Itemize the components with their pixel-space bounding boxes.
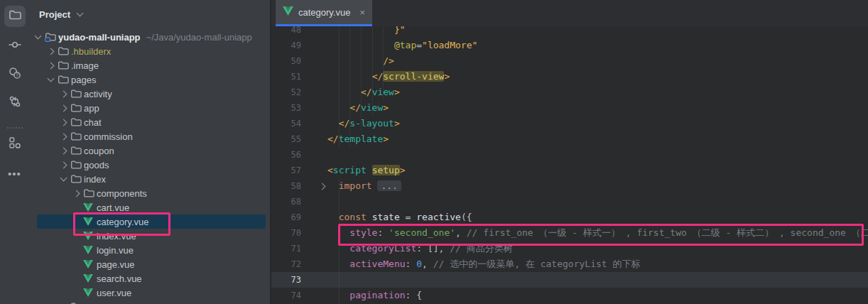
code-area[interactable]: 48 }"49 @tap="loadMore"50 />51 </scroll-… [271,26,868,304]
fold-marker-icon[interactable] [301,178,327,194]
code-text[interactable] [327,272,868,288]
folder-icon [70,159,84,170]
folder-icon [70,145,84,156]
line-number[interactable]: 70 [271,225,301,241]
code-text[interactable]: <script setup> [327,163,868,178]
commit-button[interactable] [1,32,29,60]
chevron-right-icon[interactable] [48,49,58,54]
line-number[interactable]: 72 [271,256,301,272]
line-number[interactable]: 50 [271,53,301,69]
code-line-72[interactable]: 72 activeMenu: 0, // 选中的一级菜单, 在 category… [271,256,868,272]
structure-button[interactable] [1,130,29,158]
project-folder-icon [45,31,58,43]
code-text[interactable]: </view> [327,100,868,116]
tree-row-cart-vue[interactable]: cart.vue [29,200,270,215]
line-number[interactable]: 71 [271,241,301,256]
chevron-right-icon[interactable] [61,92,70,97]
chat-help-button[interactable]: ? [1,60,29,89]
line-number[interactable]: 55 [271,131,301,147]
code-line-74[interactable]: 74 pagination: { [271,288,868,303]
tree-item-label: user.vue [97,288,131,298]
line-number[interactable]: 56 [271,147,301,163]
tree-row-activity[interactable]: activity [29,87,270,101]
code-text[interactable]: </view> [327,85,868,100]
more-tool-windows-button[interactable]: ••• [1,160,29,188]
code-line-69[interactable]: 69 const state = reactive({ [271,210,868,225]
chevron-right-icon[interactable] [48,63,58,68]
tab-category-vue[interactable]: category.vue × [276,0,372,26]
project-folder-icon [9,9,21,24]
tree-row-user-vue[interactable]: user.vue [29,286,270,300]
chevron-down-icon[interactable] [61,178,70,180]
code-text[interactable]: activeMenu: 0, // 选中的一级菜单, 在 categoryLis… [327,256,868,272]
tree-row-components[interactable]: components [29,186,270,200]
chevron-right-icon[interactable] [74,191,83,196]
code-line-56[interactable]: 56 [271,147,868,163]
code-line-55[interactable]: 55</template> [271,131,868,147]
line-number[interactable]: 51 [271,69,301,85]
tree-row-coupon[interactable]: coupon [29,143,270,158]
tree-row-category-vue[interactable]: category.vue [29,215,270,229]
tree-row-goods[interactable]: goods [29,158,270,172]
code-text[interactable]: import ... [327,178,868,194]
code-text[interactable] [327,194,868,210]
line-number[interactable]: 57 [271,163,301,178]
line-number[interactable]: 74 [271,288,301,303]
line-number[interactable]: 68 [271,194,301,210]
code-text[interactable]: style: 'second_one', // first_one （一级 - … [327,225,868,241]
code-text[interactable]: const state = reactive({ [327,210,868,225]
tree-row--image[interactable]: .image [29,58,270,72]
code-text[interactable]: </scroll-view> [327,69,868,85]
line-number[interactable]: 48 [271,26,301,38]
vue-file-icon [283,6,293,18]
tool-window-project-button[interactable] [1,2,29,31]
tree-row[interactable] [29,300,270,304]
line-number[interactable]: 58 [271,178,301,194]
code-text[interactable]: categoryList: [], // 商品分类树 [327,241,868,256]
tree-row-app[interactable]: app [29,101,270,115]
code-line-57[interactable]: 57<script setup> [271,163,868,178]
pull-requests-button[interactable] [1,89,29,117]
code-line-73[interactable]: 73 [271,272,868,288]
chevron-right-icon[interactable] [61,134,70,139]
code-text[interactable]: </s-layout> [327,116,868,131]
code-line-70[interactable]: 70 style: 'second_one', // first_one （一级… [271,225,868,241]
tree-row-yudao-mall-uniapp[interactable]: yudao-mall-uniapp~/Java/yudao-mall-uniap… [29,30,270,44]
chevron-down-icon[interactable] [48,78,58,81]
line-number[interactable]: 52 [271,85,301,100]
code-text[interactable]: }" [327,26,868,38]
line-number[interactable]: 49 [271,38,301,53]
chevron-right-icon[interactable] [61,120,70,125]
line-number[interactable]: 73 [271,272,301,288]
gutter-spacer [301,163,327,178]
tree-item-label: index.vue [97,231,136,241]
tree-row-index-vue[interactable]: index.vue [29,229,270,243]
code-line-71[interactable]: 71 categoryList: [], // 商品分类树 [271,241,868,256]
code-text[interactable]: pagination: { [327,288,868,303]
chevron-right-icon[interactable] [61,106,70,111]
code-text[interactable]: @tap="loadMore" [327,38,868,53]
chevron-right-icon[interactable] [61,163,70,168]
code-text[interactable]: </template> [327,131,868,147]
line-number[interactable]: 53 [271,100,301,116]
folder-icon [70,301,84,304]
code-line-68[interactable]: 68 [271,194,868,210]
chevron-right-icon[interactable] [61,148,70,153]
tree-row-login-vue[interactable]: login.vue [29,243,270,257]
line-number[interactable]: 54 [271,116,301,131]
tree-row-page-vue[interactable]: page.vue [29,257,270,271]
project-panel-header[interactable]: Project [29,0,270,28]
tree-row--hbuilderx[interactable]: .hbuilderx [29,44,270,58]
project-tree: yudao-mall-uniapp~/Java/yudao-mall-uniap… [29,30,270,304]
code-text[interactable]: /> [327,53,868,69]
tree-row-commission[interactable]: commission [29,129,270,143]
tree-row-index[interactable]: index [29,172,270,186]
tab-close-icon[interactable]: × [359,8,365,17]
line-number[interactable]: 69 [271,210,301,225]
tree-row-chat[interactable]: chat [29,115,270,129]
code-text[interactable] [327,147,868,163]
chevron-down-icon[interactable] [36,36,45,38]
tree-row-search-vue[interactable]: search.vue [29,271,270,286]
code-line-58[interactable]: 58 import ... [271,178,868,194]
tree-row-pages[interactable]: pages [29,72,270,87]
